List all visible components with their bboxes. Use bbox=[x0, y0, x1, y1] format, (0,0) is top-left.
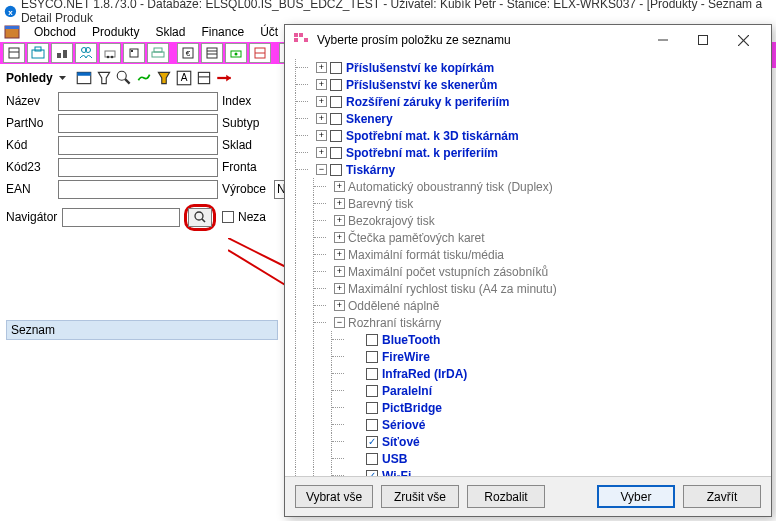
menu-icon[interactable] bbox=[4, 24, 20, 40]
tree-checkbox[interactable] bbox=[330, 79, 342, 91]
tree-expander-icon[interactable]: + bbox=[334, 181, 345, 192]
dropdown-icon[interactable] bbox=[59, 72, 66, 84]
tree-checkbox[interactable] bbox=[366, 334, 378, 346]
tree-checkbox[interactable] bbox=[366, 385, 378, 397]
menu-sklad[interactable]: Sklad bbox=[147, 23, 193, 41]
view-icon-1[interactable] bbox=[75, 69, 93, 87]
view-icon-5[interactable] bbox=[155, 69, 173, 87]
tree-expander-icon[interactable]: − bbox=[316, 164, 327, 175]
input-kod[interactable] bbox=[58, 136, 218, 155]
tree-node[interactable]: Paralelní bbox=[287, 382, 765, 399]
tree-node[interactable]: +Barevný tisk bbox=[287, 195, 765, 212]
maximize-button[interactable] bbox=[683, 26, 723, 54]
menu-finance[interactable]: Finance bbox=[193, 23, 252, 41]
checkbox-neza[interactable] bbox=[222, 211, 234, 223]
toolbar-btn-7[interactable] bbox=[147, 43, 169, 63]
menu-produkty[interactable]: Produkty bbox=[84, 23, 147, 41]
menu-obchod[interactable]: Obchod bbox=[26, 23, 84, 41]
tree-node[interactable]: +Automatický oboustranný tisk (Duplex) bbox=[287, 178, 765, 195]
tree-checkbox[interactable] bbox=[330, 164, 342, 176]
tree-node[interactable]: +Maximální rychlost tisku (A4 za minutu) bbox=[287, 280, 765, 297]
toolbar-btn-3[interactable] bbox=[51, 43, 73, 63]
input-ean[interactable] bbox=[58, 180, 218, 199]
navigator-search-button[interactable] bbox=[188, 208, 212, 227]
view-icon-6[interactable]: A bbox=[175, 69, 193, 87]
tree-node[interactable]: +Skenery bbox=[287, 110, 765, 127]
tree-checkbox[interactable] bbox=[330, 113, 342, 125]
view-icon-8[interactable] bbox=[215, 69, 233, 87]
view-icon-2[interactable] bbox=[95, 69, 113, 87]
tree-checkbox[interactable] bbox=[366, 402, 378, 414]
tree-node[interactable]: InfraRed (IrDA) bbox=[287, 365, 765, 382]
tree-checkbox[interactable] bbox=[330, 147, 342, 159]
tree-node[interactable]: −Rozhraní tiskárny bbox=[287, 314, 765, 331]
toolbar-btn-8[interactable]: € bbox=[177, 43, 199, 63]
toolbar-btn-2[interactable] bbox=[27, 43, 49, 63]
tree-expander-icon[interactable]: + bbox=[316, 79, 327, 90]
tree-checkbox[interactable] bbox=[330, 62, 342, 74]
toolbar-btn-10[interactable] bbox=[225, 43, 247, 63]
input-navigator[interactable] bbox=[62, 208, 180, 227]
tree-expander-icon[interactable]: + bbox=[316, 147, 327, 158]
menu-uce[interactable]: Účt bbox=[252, 23, 286, 41]
tree-expander-icon[interactable]: + bbox=[334, 198, 345, 209]
tree-expander-icon[interactable]: + bbox=[316, 96, 327, 107]
tree-node[interactable]: Sériové bbox=[287, 416, 765, 433]
tree-checkbox[interactable] bbox=[330, 96, 342, 108]
tree-view[interactable]: +Příslušenství ke kopírkám+Příslušenství… bbox=[285, 55, 771, 476]
tree-expander-icon[interactable]: + bbox=[334, 249, 345, 260]
toolbar-btn-11[interactable] bbox=[249, 43, 271, 63]
rozbalit-button[interactable]: Rozbalit bbox=[467, 485, 545, 508]
tree-checkbox[interactable] bbox=[366, 351, 378, 363]
tree-node[interactable]: BlueTooth bbox=[287, 331, 765, 348]
input-nazev[interactable] bbox=[58, 92, 218, 111]
tree-node[interactable]: PictBridge bbox=[287, 399, 765, 416]
svg-rect-9 bbox=[63, 50, 67, 58]
tree-node[interactable]: ✓Wi-Fi bbox=[287, 467, 765, 476]
tree-node[interactable]: ✓Síťové bbox=[287, 433, 765, 450]
tree-expander-icon[interactable]: + bbox=[334, 232, 345, 243]
tree-node[interactable]: +Maximální formát tisku/média bbox=[287, 246, 765, 263]
tree-expander-icon[interactable]: + bbox=[334, 283, 345, 294]
toolbar-btn-5[interactable] bbox=[99, 43, 121, 63]
tree-node[interactable]: +Příslušenství ke skenerům bbox=[287, 76, 765, 93]
close-button[interactable] bbox=[723, 26, 763, 54]
tree-node[interactable]: −Tiskárny bbox=[287, 161, 765, 178]
tree-checkbox[interactable] bbox=[366, 419, 378, 431]
tree-node[interactable]: +Čtečka paměťových karet bbox=[287, 229, 765, 246]
tree-expander-icon[interactable]: − bbox=[334, 317, 345, 328]
tree-expander-icon[interactable]: + bbox=[334, 300, 345, 311]
tree-node[interactable]: USB bbox=[287, 450, 765, 467]
vybrat-vse-button[interactable]: Vybrat vše bbox=[295, 485, 373, 508]
minimize-button[interactable] bbox=[643, 26, 683, 54]
view-icon-3[interactable] bbox=[115, 69, 133, 87]
zavrit-button[interactable]: Zavřít bbox=[683, 485, 761, 508]
tree-node[interactable]: +Spotřební mat. k periferiím bbox=[287, 144, 765, 161]
tree-node[interactable]: +Příslušenství ke kopírkám bbox=[287, 59, 765, 76]
toolbar-btn-4[interactable] bbox=[75, 43, 97, 63]
vyber-button[interactable]: Vyber bbox=[597, 485, 675, 508]
tree-node[interactable]: +Rozšíření záruky k periferiím bbox=[287, 93, 765, 110]
tree-expander-icon[interactable]: + bbox=[316, 130, 327, 141]
tree-checkbox[interactable]: ✓ bbox=[366, 436, 378, 448]
tree-node[interactable]: FireWire bbox=[287, 348, 765, 365]
zrusit-vse-button[interactable]: Zrušit vše bbox=[381, 485, 459, 508]
tree-node[interactable]: +Spotřební mat. k 3D tiskárnám bbox=[287, 127, 765, 144]
input-partno[interactable] bbox=[58, 114, 218, 133]
tree-expander-icon[interactable]: + bbox=[334, 266, 345, 277]
view-icon-4[interactable] bbox=[135, 69, 153, 87]
tree-node[interactable]: +Bezokrajový tisk bbox=[287, 212, 765, 229]
toolbar-btn-9[interactable] bbox=[201, 43, 223, 63]
tree-expander-icon[interactable]: + bbox=[316, 62, 327, 73]
tree-node[interactable]: +Oddělené náplně bbox=[287, 297, 765, 314]
tree-node[interactable]: +Maximální počet vstupních zásobníků bbox=[287, 263, 765, 280]
input-kod23[interactable] bbox=[58, 158, 218, 177]
view-icon-7[interactable] bbox=[195, 69, 213, 87]
tree-expander-icon[interactable]: + bbox=[334, 215, 345, 226]
tree-checkbox[interactable] bbox=[366, 368, 378, 380]
toolbar-btn-1[interactable] bbox=[3, 43, 25, 63]
tree-expander-icon[interactable]: + bbox=[316, 113, 327, 124]
tree-checkbox[interactable] bbox=[366, 453, 378, 465]
toolbar-btn-6[interactable] bbox=[123, 43, 145, 63]
tree-checkbox[interactable] bbox=[330, 130, 342, 142]
